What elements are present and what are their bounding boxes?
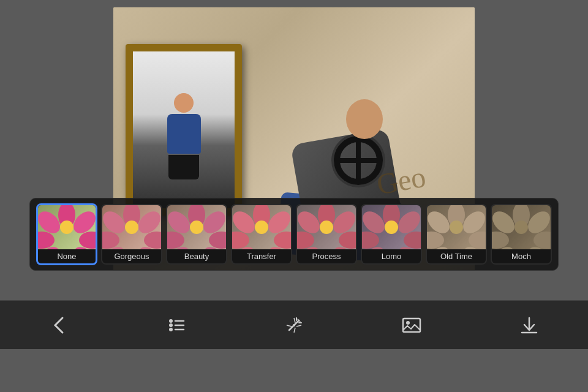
- filter-item-transfer[interactable]: Transfer: [231, 204, 292, 265]
- svg-line-8: [294, 328, 295, 333]
- flower-process: [297, 205, 356, 249]
- filter-item-moch[interactable]: Moch: [491, 204, 552, 265]
- filter-label-none: None: [38, 249, 96, 263]
- child-figure: [159, 93, 208, 179]
- flower-center-old-time: [450, 221, 463, 234]
- filter-label-moch: Moch: [492, 249, 551, 263]
- download-icon: [518, 314, 540, 336]
- filter-label-beauty: Beauty: [167, 249, 226, 263]
- gallery-button[interactable]: [393, 307, 430, 344]
- filter-thumb-lomo: [362, 205, 421, 249]
- filter-item-old-time[interactable]: Old Time: [426, 204, 487, 265]
- flower-transfer: [232, 205, 291, 249]
- flower-beauty: [167, 205, 226, 249]
- gallery-icon: [401, 314, 423, 336]
- filter-thumb-beauty: [167, 205, 226, 249]
- man-head: [346, 99, 383, 139]
- back-icon: [48, 314, 70, 336]
- filter-label-lomo: Lomo: [362, 249, 421, 263]
- download-button[interactable]: [511, 307, 548, 344]
- svg-line-7: [294, 318, 295, 323]
- svg-point-2: [169, 328, 173, 331]
- bottom-toolbar: [0, 300, 588, 349]
- filter-strip-container: None Gorgeous: [0, 198, 588, 271]
- filter-thumb-transfer: [232, 205, 291, 249]
- filter-item-none[interactable]: None: [36, 203, 97, 265]
- child-legs: [168, 155, 199, 179]
- filter-label-process: Process: [297, 249, 356, 263]
- filter-thumb-moch: [492, 205, 551, 249]
- filter-thumb-gorgeous: [102, 205, 161, 249]
- flower-old-time: [427, 205, 486, 249]
- svg-line-9: [287, 325, 292, 326]
- flower-center-transfer: [255, 221, 268, 234]
- svg-line-11: [289, 320, 299, 330]
- child-head: [174, 93, 194, 113]
- framed-photo: [126, 44, 242, 216]
- flower-moch: [492, 205, 551, 249]
- back-button[interactable]: [40, 307, 77, 344]
- flower-none: [38, 205, 96, 249]
- steering-wheel: [334, 136, 383, 185]
- flower-lomo: [362, 205, 421, 249]
- filter-item-beauty[interactable]: Beauty: [166, 204, 227, 265]
- list-button[interactable]: [158, 307, 195, 344]
- svg-point-0: [169, 319, 173, 323]
- svg-rect-15: [403, 318, 420, 332]
- flower-center-beauty: [190, 221, 203, 234]
- filter-thumb-process: [297, 205, 356, 249]
- flower-gorgeous: [102, 205, 161, 249]
- framed-photo-inner: [133, 51, 235, 208]
- flower-center-gorgeous: [125, 221, 138, 234]
- filter-thumb-old-time: [427, 205, 486, 249]
- flower-center-process: [320, 221, 333, 234]
- flower-center-moch: [514, 221, 528, 234]
- child-body: [167, 114, 201, 154]
- filter-item-lomo[interactable]: Lomo: [361, 204, 422, 265]
- svg-line-10: [296, 325, 301, 326]
- filter-thumb-none: [38, 205, 96, 249]
- svg-point-1: [169, 323, 173, 327]
- filter-label-transfer: Transfer: [232, 249, 291, 263]
- list-icon: [165, 314, 187, 336]
- flower-center-lomo: [385, 221, 398, 234]
- svg-point-16: [406, 321, 410, 325]
- filter-label-old-time: Old Time: [427, 249, 486, 263]
- main-photo-area: Geo: [0, 0, 588, 300]
- effects-button[interactable]: [276, 307, 312, 344]
- filter-item-gorgeous[interactable]: Gorgeous: [101, 204, 162, 265]
- effects-icon: [283, 314, 305, 336]
- filter-item-process[interactable]: Process: [296, 204, 357, 265]
- filter-label-gorgeous: Gorgeous: [102, 249, 161, 263]
- flower-center-none: [60, 221, 74, 234]
- filter-strip: None Gorgeous: [29, 198, 559, 271]
